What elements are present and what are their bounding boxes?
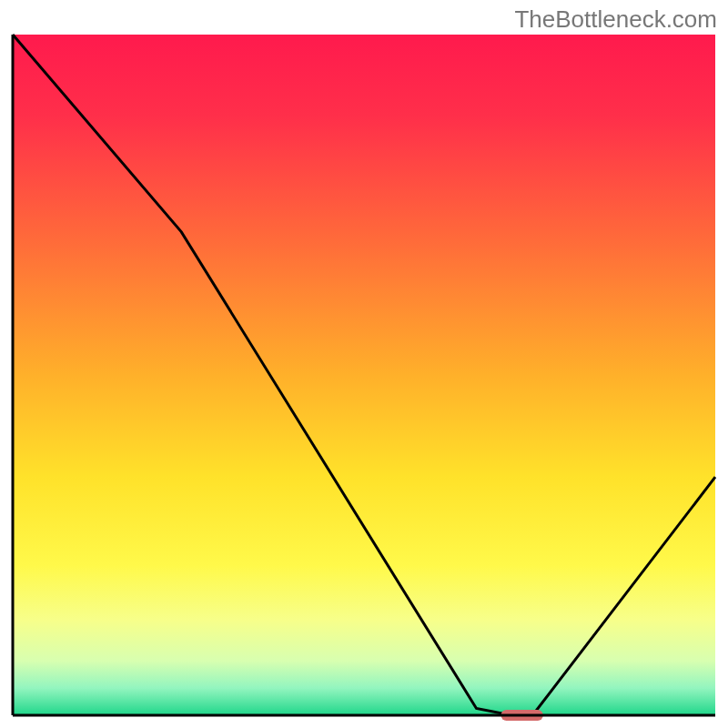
chart-plot-area	[0, 0, 728, 728]
bottleneck-chart: TheBottleneck.com	[0, 0, 728, 728]
watermark-text: TheBottleneck.com	[514, 5, 717, 34]
